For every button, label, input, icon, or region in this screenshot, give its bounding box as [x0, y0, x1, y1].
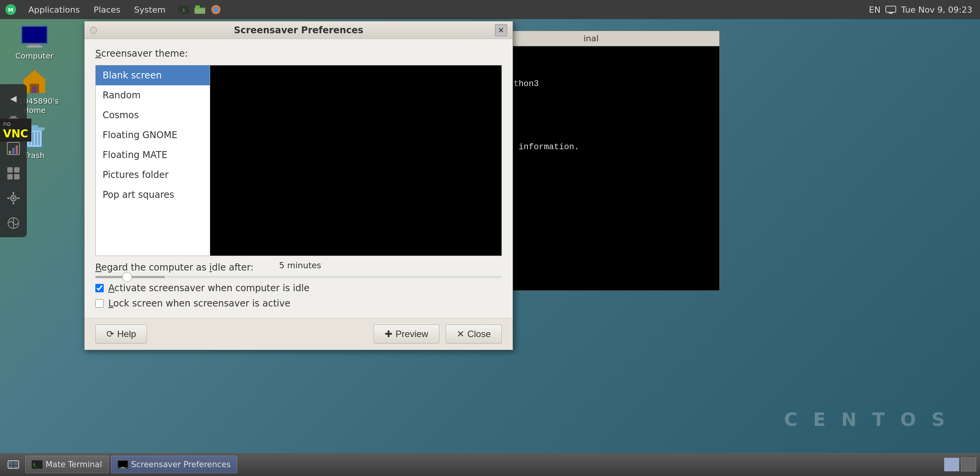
- theme-section: Blank screen Random Cosmos Floating GNOM…: [95, 65, 502, 256]
- svg-rect-41: [7, 174, 13, 179]
- mate-logo[interactable]: M: [3, 2, 18, 17]
- computer-icon: [19, 23, 50, 50]
- svg-rect-59: [118, 461, 127, 467]
- svg-rect-52: [9, 462, 13, 465]
- dock-settings-icon[interactable]: [3, 187, 24, 209]
- menu-places[interactable]: Places: [87, 0, 127, 19]
- svg-rect-18: [27, 46, 42, 47]
- theme-preview: [210, 65, 502, 256]
- svg-rect-55: [14, 466, 18, 468]
- menu-applications[interactable]: Applications: [21, 0, 87, 19]
- svg-text:_$: _$: [180, 8, 185, 13]
- svg-text:M: M: [8, 7, 13, 13]
- idle-label: Regard the computer as idle after:: [95, 262, 253, 273]
- svg-rect-10: [886, 6, 896, 12]
- taskbar-pager: [944, 458, 976, 471]
- filemanager-shortcut-icon[interactable]: [193, 3, 207, 16]
- menu-right: EN Tue Nov 9, 09:23: [869, 5, 980, 15]
- svg-rect-48: [17, 197, 20, 199]
- dialog-body: SScreensaver theme:creensaver theme: Bla…: [85, 39, 513, 318]
- svg-rect-17: [29, 44, 40, 46]
- language-indicator: EN: [869, 5, 880, 15]
- network-icon: [885, 5, 897, 14]
- svg-rect-6: [195, 5, 200, 8]
- dialog-minimize-btn[interactable]: [90, 27, 97, 34]
- theme-item-pop-art-squares[interactable]: Pop art squares: [96, 185, 210, 205]
- dock-apps-icon[interactable]: [3, 163, 24, 184]
- theme-item-random[interactable]: Random: [96, 85, 210, 105]
- svg-rect-60: [121, 467, 124, 468]
- lock-screen-label[interactable]: Lock screen when screensaver is active: [108, 298, 290, 309]
- computer-icon-label: Computer: [15, 51, 53, 60]
- left-dock: ◀: [0, 84, 27, 237]
- dialog-close-btn[interactable]: ✕: [495, 24, 507, 36]
- close-icon: ✕: [457, 329, 464, 339]
- idle-slider[interactable]: [95, 276, 502, 278]
- svg-rect-42: [14, 174, 20, 179]
- svg-text:$_: $_: [33, 463, 38, 467]
- svg-rect-39: [7, 167, 13, 173]
- trash-icon-label: Trash: [24, 151, 45, 160]
- svg-rect-40: [14, 167, 20, 173]
- vnc-label: no VNC: [0, 119, 31, 142]
- pager-workspace-2[interactable]: [961, 458, 976, 471]
- svg-rect-38: [16, 145, 18, 154]
- screensaver-taskbar-icon: [118, 460, 128, 469]
- activate-screensaver-row: Activate screensaver when computer is id…: [95, 283, 502, 293]
- terminal-taskbar-icon: $_: [32, 460, 42, 469]
- svg-point-9: [214, 8, 217, 11]
- svg-rect-36: [9, 151, 11, 154]
- activate-screensaver-label[interactable]: Activate screensaver when computer is id…: [108, 283, 309, 293]
- lock-screen-checkbox[interactable]: [95, 299, 104, 308]
- taskbar-mate-terminal[interactable]: $_ Mate Terminal: [25, 456, 109, 473]
- taskbar-screensaver-prefs[interactable]: Screensaver Preferences: [111, 456, 237, 473]
- dock-network-icon[interactable]: [3, 212, 24, 233]
- theme-item-floating-gnome[interactable]: Floating GNOME: [96, 125, 210, 145]
- screensaver-theme-label: SScreensaver theme:creensaver theme:: [95, 48, 502, 59]
- svg-point-44: [12, 197, 15, 199]
- dialog-footer: ⟳ Help ✚ Preview ✕ Close: [85, 318, 513, 350]
- help-icon: ⟳: [106, 329, 114, 339]
- lock-screen-row: Lock screen when screensaver is active: [95, 298, 502, 309]
- theme-item-floating-mate[interactable]: Floating MATE: [96, 145, 210, 165]
- dock-collapse-btn[interactable]: ◀: [3, 88, 24, 109]
- svg-rect-37: [12, 148, 15, 154]
- svg-rect-21: [32, 86, 37, 93]
- dialog-title: Screensaver Preferences: [90, 25, 507, 36]
- theme-item-blank[interactable]: Blank screen: [96, 65, 210, 85]
- desktop-icon-computer[interactable]: Computer: [11, 23, 57, 60]
- svg-rect-61: [120, 468, 126, 469]
- theme-item-pictures-folder[interactable]: Pictures folder: [96, 165, 210, 185]
- help-button[interactable]: ⟳ Help: [95, 324, 147, 344]
- preview-button[interactable]: ✚ Preview: [374, 324, 439, 344]
- datetime-display: Tue Nov 9, 09:23: [901, 5, 972, 15]
- preview-icon: ✚: [385, 329, 392, 339]
- svg-rect-53: [14, 462, 18, 465]
- screensaver-dialog: Screensaver Preferences ✕ SScreensaver t…: [84, 21, 513, 350]
- idle-value-label: 5 minutes: [279, 261, 321, 270]
- svg-rect-12: [889, 13, 892, 14]
- taskbar-show-desktop[interactable]: [4, 456, 23, 473]
- menu-system[interactable]: System: [127, 0, 172, 19]
- theme-list: Blank screen Random Cosmos Floating GNOM…: [95, 65, 210, 256]
- idle-section: 5 minutes Regard the computer as idle af…: [95, 262, 502, 309]
- svg-rect-11: [888, 12, 893, 13]
- close-button[interactable]: ✕ Close: [446, 324, 502, 344]
- svg-rect-25: [31, 125, 38, 128]
- pager-workspace-1[interactable]: [944, 458, 959, 471]
- activate-screensaver-checkbox[interactable]: [95, 284, 104, 292]
- idle-slider-wrapper: 5 minutes Regard the computer as idle af…: [95, 262, 502, 278]
- svg-rect-54: [9, 466, 13, 468]
- svg-rect-16: [23, 28, 46, 42]
- theme-item-cosmos[interactable]: Cosmos: [96, 105, 210, 125]
- top-menubar: M Applications Places System _$: [0, 0, 980, 19]
- taskbar: $_ Mate Terminal Screensaver Preferences: [0, 453, 980, 476]
- svg-rect-45: [13, 192, 14, 194]
- svg-rect-46: [13, 202, 14, 204]
- desktop: C E N T O S M Applications Places System…: [0, 0, 980, 476]
- terminal-shortcut-icon[interactable]: _$: [177, 3, 191, 16]
- svg-rect-47: [7, 197, 10, 199]
- firefox-shortcut-icon[interactable]: [209, 3, 223, 16]
- centos-watermark: C E N T O S: [784, 409, 949, 430]
- dialog-titlebar: Screensaver Preferences ✕: [85, 21, 513, 39]
